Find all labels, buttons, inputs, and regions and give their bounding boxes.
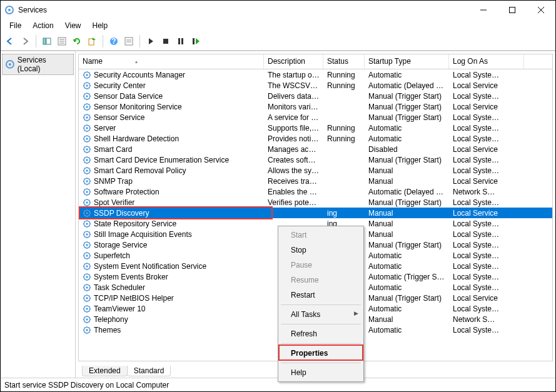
service-row[interactable]: Smart CardManages acces…DisabledLocal Se… <box>79 144 552 154</box>
toolbar-separator <box>103 35 103 48</box>
service-name-cell: System Event Notification Service <box>79 262 264 271</box>
context-menu-separator <box>281 324 361 324</box>
svg-point-55 <box>86 233 88 236</box>
service-row[interactable]: Security CenterThe WSCSVC (…RunningAutom… <box>79 80 552 91</box>
service-name-cell: Sensor Monitoring Service <box>79 103 264 111</box>
svg-point-45 <box>86 180 88 183</box>
service-name-cell: Spot Verifier <box>79 198 264 207</box>
menu-view[interactable]: View <box>60 20 86 31</box>
menu-file[interactable]: File <box>4 20 26 31</box>
properties-icon[interactable] <box>122 34 136 48</box>
column-header-name[interactable]: Name ▴ <box>79 54 264 69</box>
svg-point-67 <box>86 297 88 299</box>
service-row[interactable]: Smart Card Removal PolicyAllows the syst… <box>79 165 552 176</box>
tab-standard[interactable]: Standard <box>127 366 171 376</box>
svg-point-73 <box>86 329 88 331</box>
service-status-cell: Running <box>323 71 365 79</box>
start-service-icon[interactable] <box>144 34 158 48</box>
tab-extended[interactable]: Extended <box>82 366 128 376</box>
service-logon-cell: Local Syste… <box>449 262 505 271</box>
svg-rect-21 <box>193 38 195 44</box>
service-desc-cell: A service for se… <box>264 113 323 122</box>
menu-action[interactable]: Action <box>28 20 58 31</box>
service-row[interactable]: Spot VerifierVerifies potenti…Manual (Tr… <box>79 197 552 208</box>
context-menu-stop[interactable]: Stop <box>280 243 362 258</box>
service-logon-cell: Network S… <box>449 315 505 324</box>
service-logon-cell: Local Syste… <box>449 71 505 79</box>
menu-bar: FileActionViewHelp <box>1 19 555 32</box>
list-header: Name ▴DescriptionStatusStartup TypeLog O… <box>79 54 552 69</box>
svg-rect-6 <box>43 38 46 44</box>
service-startup-cell: Manual <box>365 177 449 186</box>
service-startup-cell: Manual (Trigger Start) <box>365 294 449 303</box>
service-row[interactable]: Smart Card Device Enumeration ServiceCre… <box>79 154 552 165</box>
service-desc-cell: Delivers data fr… <box>264 92 323 101</box>
service-name-cell: Sensor Service <box>79 113 264 122</box>
service-startup-cell: Manual (Trigger Start) <box>365 156 449 164</box>
service-name-cell: Shell Hardware Detection <box>79 134 264 143</box>
service-row[interactable]: ServerSupports file, p…RunningAutomaticL… <box>79 123 552 133</box>
help-icon[interactable]: ? <box>107 34 121 48</box>
svg-point-33 <box>86 116 88 119</box>
column-header-status[interactable]: Status <box>323 54 365 69</box>
context-menu-all-tasks[interactable]: All Tasks <box>280 307 362 322</box>
svg-point-59 <box>86 254 88 257</box>
service-desc-cell: Monitors vario… <box>264 103 323 111</box>
restart-service-icon[interactable] <box>189 34 203 48</box>
service-status-cell: ing <box>323 209 365 218</box>
toolbar: ? <box>1 32 555 51</box>
svg-point-1 <box>8 9 11 11</box>
pause-service-icon[interactable] <box>174 34 188 48</box>
stop-service-icon[interactable] <box>159 34 173 48</box>
tree-root-services-local[interactable]: Services (Local) <box>2 54 74 75</box>
service-logon-cell: Local Syste… <box>449 156 505 164</box>
service-startup-cell: Automatic (Delayed … <box>365 188 449 196</box>
back-icon[interactable] <box>3 34 17 48</box>
service-name-cell: Security Center <box>79 81 264 90</box>
service-logon-cell: Local Syste… <box>449 273 505 281</box>
maximize-button[interactable] <box>498 1 527 19</box>
export-icon[interactable] <box>85 34 99 48</box>
service-startup-cell: Manual (Trigger Start) <box>365 92 449 101</box>
service-logon-cell: Local Service <box>449 209 505 218</box>
service-logon-cell: Local Service <box>449 294 505 303</box>
refresh-icon[interactable] <box>70 34 84 48</box>
column-header-description[interactable]: Description <box>264 54 323 69</box>
tree-pane: Services (Local) <box>1 51 76 378</box>
context-menu-properties[interactable]: Properties <box>280 346 362 361</box>
service-row[interactable]: SSDP DiscoveryingManualLocal Service <box>79 208 552 218</box>
service-row[interactable]: Shell Hardware DetectionProvides notifi…… <box>79 133 552 144</box>
service-desc-cell: Manages acces… <box>264 145 323 154</box>
context-menu-refresh[interactable]: Refresh <box>280 326 362 341</box>
column-header-log-on-as[interactable]: Log On As <box>449 54 524 69</box>
service-row[interactable]: Security Accounts ManagerThe startup of … <box>79 69 552 80</box>
service-startup-cell: Automatic <box>365 251 449 260</box>
svg-point-25 <box>86 74 88 76</box>
service-startup-cell: Automatic <box>365 134 449 143</box>
service-name-cell: Software Protection <box>79 188 264 196</box>
service-startup-cell: Automatic <box>365 283 449 292</box>
service-row[interactable]: Sensor Monitoring ServiceMonitors vario…… <box>79 101 552 112</box>
service-startup-cell: Manual (Trigger Start) <box>365 103 449 111</box>
service-desc-cell: Receives trap … <box>264 177 323 186</box>
service-status-cell: Running <box>323 134 365 143</box>
forward-icon[interactable] <box>18 34 32 48</box>
context-menu-restart[interactable]: Restart <box>280 288 362 303</box>
export-list-icon[interactable] <box>55 34 69 48</box>
close-button[interactable] <box>527 1 555 19</box>
minimize-button[interactable] <box>469 1 498 19</box>
svg-point-65 <box>86 286 88 289</box>
service-row[interactable]: SNMP TrapReceives trap …ManualLocal Serv… <box>79 176 552 186</box>
service-status-cell: Running <box>323 81 365 90</box>
service-desc-cell: Verifies potenti… <box>264 198 323 207</box>
svg-point-69 <box>86 308 88 310</box>
service-row[interactable]: Sensor ServiceA service for se…Manual (T… <box>79 112 552 123</box>
show-hide-tree-icon[interactable] <box>40 34 54 48</box>
context-menu-help[interactable]: Help <box>280 365 362 380</box>
service-startup-cell: Manual <box>365 209 449 218</box>
service-row[interactable]: Software ProtectionEnables the do…Automa… <box>79 186 552 197</box>
svg-point-27 <box>86 84 88 87</box>
service-row[interactable]: Sensor Data ServiceDelivers data fr…Manu… <box>79 91 552 101</box>
menu-help[interactable]: Help <box>88 20 113 31</box>
column-header-startup-type[interactable]: Startup Type <box>365 54 449 69</box>
